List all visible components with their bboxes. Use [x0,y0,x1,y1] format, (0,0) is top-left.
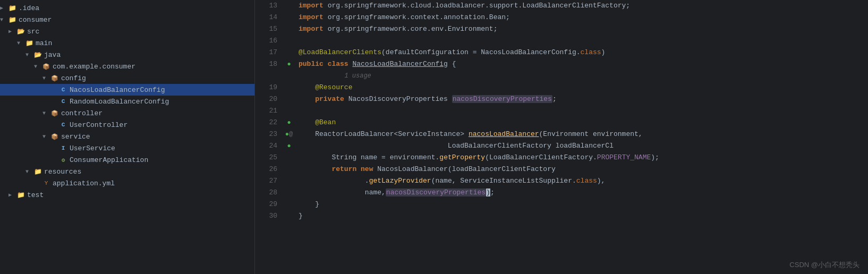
tree-item-label: com.example.consumer [53,63,135,71]
code-line: ReactorLoadBalancer<ServiceInstance> nac… [299,129,868,140]
tree-item-label: UserController [70,121,127,129]
package-icon: 📦 [50,110,59,117]
tree-item-label: controller [61,109,103,117]
usage-hint-line: 1 usage [299,70,868,82]
line-number: 27 [255,175,277,187]
tree-item-controller[interactable]: ▼📦 controller [0,107,254,119]
java-class-icon: C [58,98,68,105]
folder-icon: 📁 [33,168,42,176]
tree-arrow[interactable]: ▶ [8,28,16,35]
tree-item-RandomLoadBalancerConfig[interactable]: C RandomLoadBalancerConfig [0,96,254,107]
gutter-icon-line [282,35,296,47]
code-line: return new NacosLoadBalancer(loadBalance… [299,164,868,175]
code-line: @Bean [299,117,868,129]
line-number: 21 [255,105,277,117]
line-number: 13 [255,0,277,12]
gutter-icon-line [282,105,296,117]
tree-arrow[interactable]: ▶ [8,192,16,198]
code-content: 131415161718192021222324252627282930 ●●●… [255,0,868,274]
code-line: } [299,210,868,222]
watermark: CSDN @小白不想秃头 [789,260,860,270]
tree-item-main[interactable]: ▼📁 main [0,37,254,49]
gutter-icon-line [282,199,296,210]
tree-arrow[interactable]: ▼ [42,134,50,140]
gutter-icon-line [282,93,296,105]
gutter-icon-line [282,82,296,93]
run-icon: ● [287,119,291,126]
code-line: name,nacosDiscoveryProperties); [299,187,868,199]
tree-item-consumer[interactable]: ▼📁 consumer [0,14,254,25]
tree-arrow[interactable]: ▼ [25,169,33,175]
tree-item-label: resources [44,168,81,176]
tree-item-test[interactable]: ▶📁 test [0,189,254,201]
tree-item-UserController[interactable]: C UserController [0,119,254,131]
line-numbers: 131415161718192021222324252627282930 [255,0,282,274]
file-tree[interactable]: ▶📁 .idea▼📁 consumer▶📂 src▼📁 main▼📂 java▼… [0,0,255,274]
line-number: 26 [255,164,277,175]
gutter-icon-line: ●@ [282,129,296,140]
tree-item-service[interactable]: ▼📦 service [0,131,254,142]
code-line: } [299,199,868,210]
interface-icon: I [58,145,68,151]
tree-item-label: RandomLoadBalancerConfig [70,98,169,106]
tree-item-resources[interactable]: ▼📁 resources [0,166,254,177]
code-editor: 131415161718192021222324252627282930 ●●●… [255,0,868,274]
line-number: 28 [255,187,277,199]
gutter-icon-line: ● [282,58,296,70]
gutter-icon-line [282,164,296,175]
gutter-icon-line: ● [282,117,296,129]
line-number: 15 [255,23,277,35]
tree-item-label: service [61,133,90,141]
gutter-icon-line [282,23,296,35]
tree-item-application.yml[interactable]: Y application.yml [0,177,254,189]
package-icon: 📦 [50,75,59,82]
tree-item-src[interactable]: ▶📂 src [0,25,254,37]
line-number: 18 [255,58,277,70]
folder-icon: 📁 [24,39,34,47]
tree-arrow[interactable]: ▶ [0,5,7,11]
folder-icon: 📁 [16,191,25,199]
tree-arrow[interactable]: ▼ [42,110,50,116]
tree-item-NacosLoadBalancerConfig[interactable]: C NacosLoadBalancerConfig [0,84,254,96]
line-number: 14 [255,12,277,23]
code-line: import org.springframework.core.env.Envi… [299,23,868,35]
tree-arrow[interactable]: ▼ [17,40,24,46]
tree-item-java[interactable]: ▼📂 java [0,49,254,61]
line-number: 25 [255,152,277,164]
line-number: 30 [255,210,277,222]
tree-item-label: NacosLoadBalancerConfig [70,86,165,94]
line-number: 19 [255,82,277,93]
tree-arrow[interactable]: ▼ [34,64,41,70]
tree-arrow[interactable]: ▼ [0,17,7,23]
tree-item-label: main [36,39,52,47]
tree-item-config[interactable]: ▼📦 config [0,72,254,84]
code-line: public class NacosLoadBalancerConfig { [299,58,868,70]
run-icon: ● [287,61,291,68]
code-line: @LoadBalancerClients(defaultConfiguratio… [299,47,868,58]
tree-arrow[interactable]: ▼ [25,52,33,58]
tree-item-UserService[interactable]: I UserService [0,142,254,154]
java-class-icon: C [58,87,68,93]
tree-item-ConsumerApplication[interactable]: ⚙ ConsumerApplication [0,154,254,166]
code-line: import org.springframework.context.annot… [299,12,868,23]
java-class-icon: C [58,122,68,128]
folder-src-icon: 📂 [16,28,25,36]
gutter-icon-line [282,0,296,12]
gutter-icon-line [282,47,296,58]
run-icon: ● [285,131,289,138]
gutter-icon-line: ● [282,140,296,152]
folder-src-icon: 📂 [33,51,42,59]
tree-item-label: .idea [19,4,39,12]
tree-item-label: application.yml [53,179,115,187]
tree-item-com.example.consumer[interactable]: ▼📦 com.example.consumer [0,61,254,72]
line-number: 20 [255,93,277,105]
tree-item-label: ConsumerApplication [70,156,148,164]
tree-item-label: java [44,51,61,59]
tree-item-idea[interactable]: ▶📁 .idea [0,2,254,14]
gutter-icon-line [282,175,296,187]
code-line: @Resource [299,82,868,93]
gutter-icons: ●●●@● [282,0,296,274]
line-number: 23 [255,129,277,140]
tree-arrow[interactable]: ▼ [42,75,50,81]
gutter-icon-line [282,152,296,164]
